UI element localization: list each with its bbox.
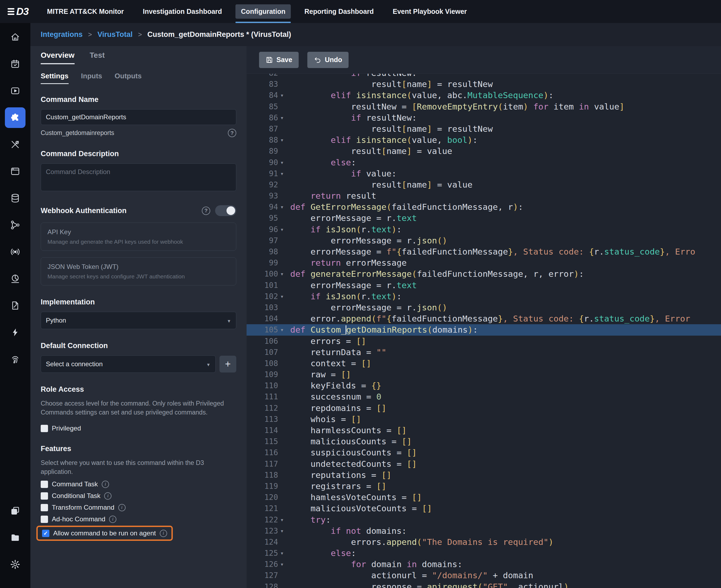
checkbox-transform-command[interactable] bbox=[41, 504, 48, 511]
nav-item-investigation-dashboard[interactable]: Investigation Dashboard bbox=[135, 0, 230, 23]
code-line-111[interactable]: 111 successnum = 0 bbox=[246, 391, 721, 402]
fold-arrow-icon[interactable]: ▾ bbox=[278, 559, 290, 570]
breadcrumb-integrations-link[interactable]: Integrations bbox=[41, 30, 83, 39]
nav-item-configuration[interactable]: Configuration bbox=[233, 0, 293, 23]
feature-option-ad-hoc-command[interactable]: Ad-hoc Commandi bbox=[41, 516, 116, 523]
rail-item-home[interactable] bbox=[5, 27, 25, 47]
rail-item-fingerprint[interactable] bbox=[5, 349, 25, 370]
feature-option-command-task[interactable]: Command Taski bbox=[41, 480, 109, 488]
feature-option-conditional-task[interactable]: Conditional Taski bbox=[41, 492, 112, 500]
info-icon[interactable]: i bbox=[118, 504, 126, 511]
checkbox-ad-hoc-command[interactable] bbox=[41, 516, 48, 523]
feature-option-allow-command-to-be-run-on-agent[interactable]: Allow command to be run on agenti bbox=[36, 526, 173, 541]
code-line-128[interactable]: 128 response = apirequest("GET", actionu… bbox=[246, 581, 721, 588]
fold-arrow-icon[interactable]: ▾ bbox=[278, 134, 290, 146]
code-line-92[interactable]: 92 result[name] = value bbox=[246, 179, 721, 190]
code-line-91[interactable]: 91▾ if value: bbox=[246, 168, 721, 179]
code-line-82[interactable]: 82 if resultNew: bbox=[246, 74, 721, 79]
rail-item-copy[interactable] bbox=[5, 500, 25, 521]
command-name-input[interactable] bbox=[41, 109, 236, 125]
code-line-86[interactable]: 86▾ if resultNew: bbox=[246, 112, 721, 123]
rail-item-gear[interactable] bbox=[5, 554, 25, 575]
fold-arrow-icon[interactable]: ▾ bbox=[278, 202, 290, 212]
code-line-116[interactable]: 116 suspiciousCounts = [] bbox=[246, 447, 721, 458]
code-line-85[interactable]: 85 resultNew = [RemoveEmptyEntry(item) f… bbox=[246, 101, 721, 112]
code-line-127[interactable]: 127 actionurl = "/domains/" + domain bbox=[246, 570, 721, 581]
checkbox-allow-command-to-be-run-on-agent[interactable] bbox=[42, 530, 49, 537]
rail-item-calendar[interactable] bbox=[5, 54, 25, 74]
info-icon[interactable]: i bbox=[160, 530, 167, 537]
default-connection-select[interactable]: Select a connection bbox=[41, 355, 216, 373]
code-line-115[interactable]: 115 maliciousCounts = [] bbox=[246, 436, 721, 447]
code-line-114[interactable]: 114 harmlessCounts = [] bbox=[246, 425, 721, 436]
rail-item-pie-chart[interactable] bbox=[5, 268, 25, 289]
tab-test[interactable]: Test bbox=[90, 51, 105, 64]
code-line-123[interactable]: 123▾ if not domains: bbox=[246, 525, 721, 537]
code-line-84[interactable]: 84▾ elif isinstance(value, abc.MutableSe… bbox=[246, 90, 721, 101]
code-line-103[interactable]: 103 errorMessage = r.json() bbox=[246, 302, 721, 313]
code-line-120[interactable]: 120 hamlessVoteCounts = [] bbox=[246, 492, 721, 503]
code-line-97[interactable]: 97 errorMessage = r.json() bbox=[246, 235, 721, 246]
command-description-input[interactable] bbox=[41, 164, 236, 191]
code-line-109[interactable]: 109 raw = [] bbox=[246, 369, 721, 380]
undo-button[interactable]: Undo bbox=[307, 52, 348, 68]
rail-item-broadcast[interactable] bbox=[5, 241, 25, 262]
nav-item-mitre-attck-monitor[interactable]: MITRE ATT&CK Monitor bbox=[39, 0, 131, 23]
code-line-102[interactable]: 102▾ if isJson(r.text): bbox=[246, 291, 721, 302]
code-line-126[interactable]: 126▾ for domain in domains: bbox=[246, 559, 721, 570]
info-icon[interactable]: i bbox=[109, 516, 116, 523]
code-line-100[interactable]: 100▾def generateErrorMessage(failedFunct… bbox=[246, 268, 721, 279]
code-line-119[interactable]: 119 registrars = [] bbox=[246, 481, 721, 492]
fold-arrow-icon[interactable]: ▾ bbox=[278, 548, 290, 559]
rail-item-playbook-video[interactable] bbox=[5, 81, 25, 101]
fold-arrow-icon[interactable]: ▾ bbox=[278, 324, 290, 335]
subtab-outputs[interactable]: Outputs bbox=[115, 72, 142, 84]
add-connection-button[interactable]: + bbox=[219, 356, 236, 373]
fold-arrow-icon[interactable]: ▾ bbox=[278, 90, 290, 101]
code-line-108[interactable]: 108 context = [] bbox=[246, 358, 721, 369]
code-line-93[interactable]: 93 return result bbox=[246, 190, 721, 202]
fold-arrow-icon[interactable]: ▾ bbox=[278, 157, 290, 168]
rail-item-network-share[interactable] bbox=[5, 215, 25, 235]
implementation-select[interactable]: Python bbox=[41, 312, 236, 329]
checkbox-command-task[interactable] bbox=[41, 481, 48, 488]
code-line-106[interactable]: 106 errors = [] bbox=[246, 336, 721, 347]
code-line-88[interactable]: 88▾ elif isinstance(value, bool): bbox=[246, 134, 721, 146]
code-line-99[interactable]: 99 return errorMessage bbox=[246, 257, 721, 268]
fold-arrow-icon[interactable]: ▾ bbox=[278, 112, 290, 123]
code-line-122[interactable]: 122▾ try: bbox=[246, 514, 721, 525]
code-line-87[interactable]: 87 result[name] = resultNew bbox=[246, 123, 721, 134]
code-line-94[interactable]: 94▾def GetErrorMessage(failedFunctionMes… bbox=[246, 202, 721, 212]
code-line-98[interactable]: 98 errorMessage = f"{failedFunctionMessa… bbox=[246, 246, 721, 257]
fold-arrow-icon[interactable]: ▾ bbox=[278, 268, 290, 279]
code-line-112[interactable]: 112 repdomains = [] bbox=[246, 403, 721, 414]
code-line-125[interactable]: 125▾ else: bbox=[246, 548, 721, 559]
code-line-101[interactable]: 101 errorMessage = r.text bbox=[246, 280, 721, 291]
fold-arrow-icon[interactable]: ▾ bbox=[278, 514, 290, 525]
help-icon[interactable] bbox=[228, 129, 236, 137]
privileged-checkbox[interactable] bbox=[41, 425, 48, 432]
rail-item-form-edit[interactable] bbox=[5, 295, 25, 316]
code-line-96[interactable]: 96▾ if isJson(r.text): bbox=[246, 224, 721, 235]
code-line-95[interactable]: 95 errorMessage = r.text bbox=[246, 212, 721, 224]
code-line-110[interactable]: 110 keyFields = {} bbox=[246, 380, 721, 391]
code-line-117[interactable]: 117 undetectedCounts = [] bbox=[246, 458, 721, 469]
breadcrumb-virustotal-link[interactable]: VirusTotal bbox=[97, 30, 133, 39]
checkbox-conditional-task[interactable] bbox=[41, 492, 48, 500]
fold-arrow-icon[interactable]: ▾ bbox=[278, 525, 290, 537]
rail-item-folder[interactable] bbox=[5, 527, 25, 548]
jwt-card[interactable]: JSON Web Token (JWT) Manage secret keys … bbox=[41, 257, 236, 286]
fold-arrow-icon[interactable]: ▾ bbox=[278, 168, 290, 179]
rail-item-lightning[interactable] bbox=[5, 322, 25, 343]
code-line-90[interactable]: 90▾ else: bbox=[246, 157, 721, 168]
fold-arrow-icon[interactable]: ▾ bbox=[278, 291, 290, 302]
code-editor[interactable]: 82 if resultNew:83 result[name] = result… bbox=[246, 74, 721, 588]
info-icon[interactable]: i bbox=[102, 481, 109, 488]
nav-item-reporting-dashboard[interactable]: Reporting Dashboard bbox=[297, 0, 381, 23]
subtab-inputs[interactable]: Inputs bbox=[81, 72, 102, 84]
code-line-113[interactable]: 113 whois = [] bbox=[246, 414, 721, 425]
code-line-89[interactable]: 89 result[name] = value bbox=[246, 146, 721, 157]
rail-item-apps-window[interactable] bbox=[5, 161, 25, 182]
code-line-124[interactable]: 124 errors.append("The Domains is requir… bbox=[246, 537, 721, 548]
code-line-107[interactable]: 107 returnData = "" bbox=[246, 347, 721, 358]
